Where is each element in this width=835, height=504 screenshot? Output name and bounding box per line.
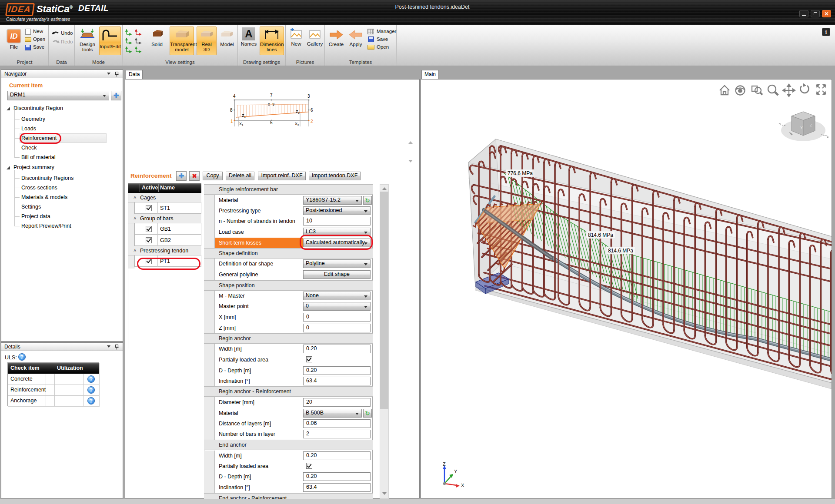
svg-text:5: 5 <box>270 120 273 125</box>
svg-text:8: 8 <box>230 108 233 113</box>
svg-text:1: 1 <box>230 119 233 124</box>
svg-text:X: X <box>461 483 464 488</box>
svg-text:7: 7 <box>270 93 273 98</box>
svg-text:814.6 MPa: 814.6 MPa <box>588 232 613 238</box>
svg-text:Z1: Z1 <box>242 113 246 118</box>
svg-text:3: 3 <box>307 94 310 99</box>
svg-text:0=9: 0=9 <box>268 102 274 106</box>
svg-text:4: 4 <box>233 94 236 99</box>
svg-text:Z: Z <box>443 461 446 467</box>
svg-text:Y: Y <box>800 126 803 130</box>
svg-text:X1: X1 <box>239 122 244 126</box>
svg-text:776.6 MPa: 776.6 MPa <box>508 170 533 176</box>
svg-text:Y: Y <box>454 469 458 474</box>
svg-text:Z: Z <box>810 123 812 127</box>
svg-text:X2: X2 <box>295 122 299 126</box>
svg-text:2: 2 <box>311 119 313 124</box>
svg-text:814.6 MPa: 814.6 MPa <box>608 248 633 254</box>
svg-text:6: 6 <box>311 108 313 113</box>
svg-text:Z2: Z2 <box>296 109 300 114</box>
